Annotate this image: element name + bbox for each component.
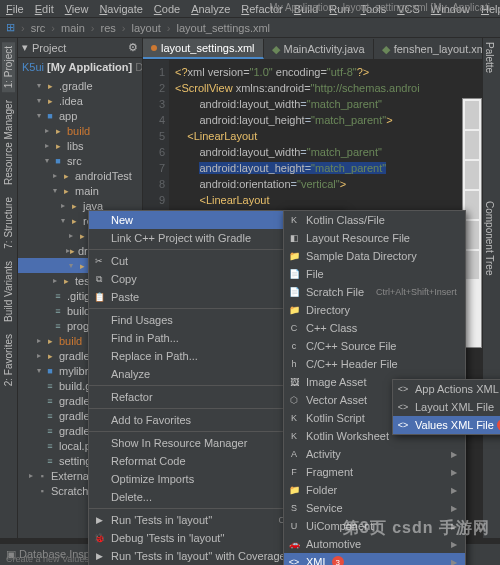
menu-icon: 📁	[288, 484, 300, 496]
crumb-main[interactable]: main	[61, 22, 85, 34]
menu-icon: F	[288, 466, 300, 478]
menu-item[interactable]: SService▶	[284, 499, 465, 517]
editor-tabs: layout_settings.xml◆MainActivity.java◆fe…	[143, 38, 500, 60]
context-submenu-xml[interactable]: <>App Actions XML File<>Layout XML File<…	[392, 379, 500, 435]
menu-item[interactable]: <>Values XML File4	[393, 416, 500, 434]
menu-icon: C	[288, 322, 300, 334]
right-tab-component[interactable]: Component Tree	[483, 197, 496, 280]
menu-icon: 🐞	[93, 532, 105, 544]
tree-node[interactable]: ▾■app	[18, 108, 142, 123]
menu-item[interactable]: <>Layout XML File	[393, 398, 500, 416]
toolwindow-tab[interactable]: 7: Structure	[2, 193, 15, 253]
menu-item[interactable]: 📁Directory	[284, 301, 465, 319]
menu-icon: S	[288, 502, 300, 514]
menu-item[interactable]: CC++ Class	[284, 319, 465, 337]
menu-item[interactable]: hC/C++ Header File	[284, 355, 465, 373]
menu-view[interactable]: View	[65, 3, 89, 15]
menu-icon: ✂	[93, 255, 105, 267]
window-title: My Application - layout_settings.xml [My…	[269, 2, 490, 13]
menu-item[interactable]: 📄File	[284, 265, 465, 283]
crumb-layout_settings.xml[interactable]: layout_settings.xml	[177, 22, 271, 34]
menu-icon: 📁	[288, 304, 300, 316]
menu-item[interactable]: cC/C++ Source File	[284, 337, 465, 355]
menu-item[interactable]: KKotlin Class/File	[284, 211, 465, 229]
menu-icon: 🚗	[288, 538, 300, 550]
toolwindow-tab[interactable]: 1: Project	[2, 42, 15, 92]
menu-icon: K	[288, 430, 300, 442]
menu-icon: ▶	[93, 550, 105, 562]
menu-icon: A	[288, 448, 300, 460]
menu-icon: c	[288, 340, 300, 352]
tree-node[interactable]: ▸▸build	[18, 123, 142, 138]
tree-node[interactable]: ▸▸libs	[18, 138, 142, 153]
menu-item[interactable]: 📁Sample Data Directory	[284, 247, 465, 265]
menu-item[interactable]: <>App Actions XML File	[393, 380, 500, 398]
menu-item[interactable]: AActivity▶	[284, 445, 465, 463]
menu-item[interactable]: ◧Layout Resource File	[284, 229, 465, 247]
toolwindow-tab[interactable]: Build Variants	[2, 257, 15, 326]
menu-item[interactable]: 🚗Automotive▶	[284, 535, 465, 553]
menu-icon: 🖼	[288, 376, 300, 388]
tree-node[interactable]: ▾▸.idea	[18, 93, 142, 108]
crumb-res[interactable]: res	[101, 22, 116, 34]
chevron-down-icon: ▾	[22, 41, 28, 54]
project-root[interactable]: K5ui [My Application] D:\AndroidSt	[18, 58, 142, 76]
menu-icon: ▶	[93, 514, 105, 526]
editor-tab[interactable]: ◆fenshen_layout.xml	[374, 39, 498, 59]
tree-node[interactable]: ▾■src	[18, 153, 142, 168]
tree-node[interactable]: ▾▸.gradle	[18, 78, 142, 93]
toolwindow-tab[interactable]: 2: Favorites	[2, 330, 15, 390]
right-toolstrip: Palette Component Tree	[482, 38, 500, 538]
menu-icon: 📄	[288, 286, 300, 298]
menu-icon: 📁	[288, 250, 300, 262]
menu-item[interactable]: FFragment▶	[284, 463, 465, 481]
menu-file[interactable]: File	[6, 3, 24, 15]
editor-tab[interactable]: layout_settings.xml	[143, 39, 264, 59]
menu-icon: 📄	[288, 268, 300, 280]
crumb-src[interactable]: src	[31, 22, 46, 34]
menu-icon: ◧	[288, 232, 300, 244]
menu-code[interactable]: Code	[154, 3, 180, 15]
menu-icon: h	[288, 358, 300, 370]
menu-navigate[interactable]: Navigate	[99, 3, 142, 15]
menu-icon: <>	[397, 383, 409, 395]
menu-icon: ⬡	[288, 394, 300, 406]
menu-icon: <>	[397, 419, 409, 431]
editor-tab[interactable]: ◆MainActivity.java	[264, 39, 374, 59]
left-toolstrip: 1: ProjectResource Manager7: StructureBu…	[0, 38, 18, 538]
project-header-label: Project	[32, 42, 66, 54]
menu-icon: <>	[288, 556, 300, 565]
menu-item[interactable]: 📄Scratch FileCtrl+Alt+Shift+Insert	[284, 283, 465, 301]
menu-item[interactable]: UUiComponent▶	[284, 517, 465, 535]
right-tab-palette[interactable]: Palette	[483, 38, 496, 77]
crumb-layout[interactable]: layout	[131, 22, 160, 34]
menu-icon: 📋	[93, 291, 105, 303]
menu-analyze[interactable]: Analyze	[191, 3, 230, 15]
menu-icon: K	[288, 412, 300, 424]
menu-icon: U	[288, 520, 300, 532]
project-header[interactable]: ▾ Project ⚙	[18, 38, 142, 58]
toolwindow-tab[interactable]: Resource Manager	[2, 96, 15, 189]
menu-icon: ⧉	[93, 273, 105, 285]
tree-node[interactable]: ▾▸main	[18, 183, 142, 198]
breadcrumb: ⊞›src›main›res›layout›layout_settings.xm…	[0, 18, 500, 38]
menu-item[interactable]: <>XML3▶	[284, 553, 465, 565]
menu-edit[interactable]: Edit	[35, 3, 54, 15]
menu-icon: <>	[397, 401, 409, 413]
menu-item[interactable]: 📁Folder▶	[284, 481, 465, 499]
gear-icon[interactable]: ⚙	[128, 41, 138, 54]
tree-node[interactable]: ▸▸androidTest	[18, 168, 142, 183]
menu-icon: K	[288, 214, 300, 226]
